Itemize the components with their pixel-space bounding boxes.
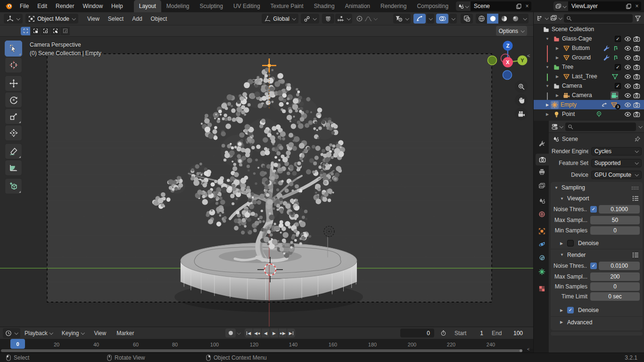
auto-keying-button[interactable] — [225, 329, 236, 337]
tab-rendering[interactable]: Rendering — [375, 0, 412, 12]
preset-menu-icon[interactable] — [632, 196, 639, 201]
outliner-search-input[interactable] — [564, 14, 633, 23]
transform-orientation[interactable]: Global — [262, 14, 298, 24]
scene-browse-button[interactable] — [456, 1, 471, 11]
eye-icon[interactable] — [624, 101, 631, 108]
drag-dots-icon[interactable] — [631, 186, 639, 189]
unlink-scene-button[interactable]: × — [523, 1, 531, 11]
add-view-layer-button[interactable] — [624, 1, 633, 11]
next-panel-sliver[interactable] — [551, 332, 643, 336]
expand-icon[interactable]: ▶ — [554, 93, 561, 98]
min-samples-field[interactable]: 0 — [590, 282, 640, 291]
object-type-visibility[interactable] — [393, 14, 411, 24]
scene-canvas[interactable]: Z Y X — [0, 37, 533, 327]
tab-constraints[interactable] — [535, 253, 548, 264]
max-samples-field[interactable]: 50 — [590, 216, 640, 224]
noise-threshold-checkbox[interactable]: ✓ — [590, 263, 597, 269]
noise-threshold-field[interactable]: 0.0100 — [599, 262, 640, 270]
marker-menu[interactable]: Marker — [111, 330, 139, 337]
tool-annotate[interactable] — [5, 143, 22, 159]
modifier-wrench-icon[interactable] — [603, 54, 610, 61]
filter-collection-button[interactable] — [550, 15, 562, 22]
view-menu[interactable]: View — [89, 330, 111, 337]
tab-animation[interactable]: Animation — [340, 0, 375, 12]
menu-window[interactable]: Window — [78, 0, 107, 12]
tool-add-cube[interactable] — [5, 178, 22, 194]
menu-edit[interactable]: Edit — [33, 0, 51, 12]
shading-material-button[interactable] — [498, 14, 510, 24]
outliner-row-tree[interactable]: ▼ Tree ✓ — [534, 62, 644, 72]
timeline-editor-type-button[interactable] — [3, 328, 20, 338]
camera-view-button[interactable] — [515, 107, 528, 120]
menu-object[interactable]: Object — [147, 16, 172, 22]
tab-object-data[interactable] — [535, 266, 548, 278]
tab-layout[interactable]: Layout — [134, 0, 161, 12]
next-keyframe-button[interactable]: ◆▶ — [279, 329, 287, 337]
remove-view-layer-button[interactable]: × — [633, 1, 641, 11]
gizmo-dropdown[interactable] — [427, 14, 434, 24]
expand-icon[interactable]: ▶ — [554, 46, 561, 50]
options-button[interactable]: Options — [496, 26, 527, 36]
outliner-row-scene-collection[interactable]: Scene Collection — [534, 25, 644, 34]
viewport-denoise-checkbox[interactable] — [567, 240, 574, 247]
tool-cursor[interactable] — [5, 57, 22, 73]
snap-toggle[interactable] — [322, 14, 334, 24]
scrollbar-handle[interactable] — [1, 349, 522, 352]
tool-rotate[interactable] — [5, 92, 22, 108]
menu-add[interactable]: Add — [128, 16, 146, 22]
collapse-icon[interactable]: ▼ — [544, 84, 551, 88]
shading-solid-button[interactable] — [487, 14, 498, 24]
gizmo-neg-y[interactable] — [488, 56, 497, 65]
tab-texture[interactable] — [535, 283, 548, 295]
pivot-point-selector[interactable] — [301, 14, 319, 24]
outliner-row-point[interactable]: ▶ Point — [534, 109, 644, 119]
shading-wireframe-button[interactable] — [476, 14, 487, 24]
keying-menu[interactable]: Keying — [58, 330, 89, 337]
mesh-data-icon[interactable] — [611, 73, 619, 80]
pin-icon[interactable] — [634, 136, 641, 142]
tab-texture-paint[interactable]: Texture Paint — [265, 0, 309, 12]
overlays-dropdown[interactable] — [449, 14, 457, 24]
tab-shading[interactable]: Shading — [309, 0, 340, 12]
render-visibility-icon[interactable] — [633, 45, 640, 52]
collapse-icon[interactable]: ▼ — [544, 37, 551, 41]
preset-menu-icon[interactable] — [632, 252, 639, 258]
frame-start-field[interactable]: Start 1 — [451, 329, 487, 337]
render-visibility-icon[interactable] — [633, 35, 640, 42]
tab-view-layer[interactable] — [535, 180, 548, 192]
tool-measure[interactable] — [5, 160, 22, 176]
render-denoise-checkbox[interactable]: ✓ — [567, 307, 574, 313]
render-engine-dropdown[interactable]: Cycles — [591, 147, 642, 156]
camera-data-icon[interactable] — [611, 91, 619, 99]
view-layer-browse-button[interactable] — [553, 1, 568, 11]
menu-render[interactable]: Render — [51, 0, 78, 12]
viewport-subpanel-header[interactable]: ▼ Viewport — [551, 193, 643, 204]
max-samples-field[interactable]: 200 — [590, 272, 640, 281]
eye-icon[interactable] — [624, 92, 631, 99]
expand-icon[interactable]: ▶ — [554, 74, 561, 79]
eye-icon[interactable] — [624, 64, 631, 71]
jump-to-end-button[interactable]: ▶ — [287, 329, 295, 337]
zoom-button[interactable] — [515, 80, 528, 93]
feature-set-dropdown[interactable]: Supported — [591, 159, 642, 167]
scrollbar-collapse-arrow[interactable]: < — [527, 347, 529, 352]
expand-icon[interactable]: ▶ — [554, 56, 561, 60]
tool-transform[interactable] — [5, 125, 22, 141]
show-gizmo-toggle[interactable] — [413, 14, 426, 24]
shading-dropdown[interactable] — [521, 14, 528, 24]
filter-icon[interactable] — [635, 15, 641, 22]
select-mode-subtract[interactable] — [41, 27, 50, 35]
expand-icon[interactable]: ▶ — [544, 103, 551, 107]
prev-keyframe-button[interactable]: ◀◆ — [253, 329, 261, 337]
play-reverse-button[interactable]: ◀ — [262, 329, 270, 337]
eye-icon[interactable] — [624, 111, 631, 118]
collection-checkbox[interactable]: ✓ — [615, 83, 621, 89]
render-visibility-icon[interactable] — [633, 64, 640, 71]
display-mode-button[interactable] — [537, 15, 548, 22]
outliner-row-last-tree[interactable]: ▶ Last_Tree — [534, 72, 644, 81]
render-visibility-icon[interactable] — [633, 82, 640, 90]
tab-object[interactable] — [535, 225, 548, 237]
playback-menu[interactable]: Playback — [20, 330, 58, 337]
shading-rendered-button[interactable] — [510, 14, 521, 24]
tab-output[interactable] — [535, 166, 548, 178]
